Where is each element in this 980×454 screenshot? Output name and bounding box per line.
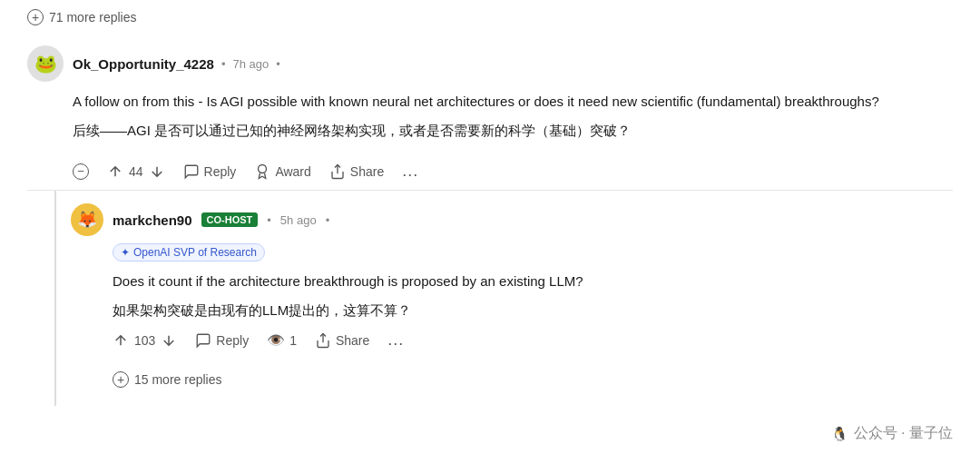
downvote-button[interactable] (149, 163, 165, 180)
watermark-text: 公众号 · 量子位 (854, 424, 953, 443)
svg-point-0 (259, 164, 267, 173)
openai-logo-icon: ✦ (121, 246, 130, 259)
upvote-icon (107, 163, 123, 180)
timestamp: 7h ago (232, 57, 269, 71)
nested-vote-count: 103 (134, 333, 155, 348)
nested-reply-button[interactable]: Reply (195, 332, 249, 349)
dot-separator: • (221, 57, 226, 71)
reply-button[interactable]: Reply (183, 163, 237, 180)
nested-reply: 🦊 markchen90 CO-HOST • 5h ago • ✦ OpenAI… (56, 191, 953, 402)
watermark-platform-icon: 🐧 (831, 426, 848, 442)
nested-vote-group: 103 (113, 332, 177, 349)
username[interactable]: Ok_Opportunity_4228 (73, 56, 214, 72)
nested-share-icon (315, 332, 331, 349)
main-action-bar: − 44 Reply Award (73, 153, 953, 190)
more-options-button[interactable]: ... (402, 162, 418, 181)
nested-text-zh: 如果架构突破是由现有的LLM提出的，这算不算？ (113, 300, 953, 321)
nested-downvote-button[interactable] (161, 332, 177, 349)
nested-share-button[interactable]: Share (315, 332, 369, 349)
award-display[interactable]: 👁️ 1 (267, 331, 297, 349)
nested-dot: • (267, 213, 271, 227)
vote-group: 44 (107, 163, 165, 180)
main-comment-body: A follow on from this - Is AGI possible … (73, 91, 953, 142)
share-icon (329, 163, 346, 180)
comment-text-zh: 后续——AGI 是否可以通过已知的神经网络架构实现，或者是否需要新的科学（基础）… (73, 120, 953, 142)
share-button[interactable]: Share (329, 163, 384, 180)
vote-count: 44 (129, 164, 143, 179)
flair-label: OpenAI SVP of Research (133, 246, 257, 259)
comment-text-en: A follow on from this - Is AGI possible … (73, 91, 953, 113)
award-button[interactable]: Award (254, 163, 310, 180)
co-host-badge: CO-HOST (201, 212, 259, 227)
nested-upvote-button[interactable] (113, 332, 129, 349)
nested-username[interactable]: markchen90 (113, 212, 192, 228)
main-comment: 🐸 Ok_Opportunity_4228 • 7h ago • A follo… (0, 35, 980, 190)
user-info: Ok_Opportunity_4228 • 7h ago • (73, 56, 280, 72)
nested-avatar: 🦊 (71, 203, 103, 236)
downvote-icon (149, 163, 165, 180)
flair-tag: ✦ OpenAI SVP of Research (113, 243, 265, 262)
reply-bubble-icon (183, 163, 200, 180)
nested-comment-header: 🦊 markchen90 CO-HOST • 5h ago • (71, 203, 953, 236)
main-comment-header: 🐸 Ok_Opportunity_4228 • 7h ago • (27, 45, 953, 82)
nested-text-en: Does it count if the architecture breakt… (113, 271, 953, 292)
nested-upvote-icon (113, 332, 129, 349)
nested-dot2: • (326, 213, 330, 227)
expand-top-replies-icon[interactable]: + (27, 9, 44, 25)
nested-more-options-button[interactable]: ... (387, 331, 404, 350)
watermark: 🐧 公众号 · 量子位 (831, 424, 953, 443)
nested-reply-container: 🦊 markchen90 CO-HOST • 5h ago • ✦ OpenAI… (54, 191, 953, 406)
top-more-replies-label: 71 more replies (49, 10, 137, 25)
dot-separator2: • (276, 57, 280, 71)
award-count: 1 (289, 333, 297, 348)
top-more-replies-row[interactable]: + 71 more replies (0, 0, 980, 35)
award-emoji-icon: 👁️ (267, 331, 285, 349)
upvote-button[interactable] (107, 163, 123, 180)
avatar: 🐸 (27, 45, 64, 82)
nested-comment-body: Does it count if the architecture breakt… (71, 271, 953, 321)
bottom-more-replies-row[interactable]: + 15 more replies (71, 360, 953, 402)
avatar-image: 🐸 (27, 45, 64, 82)
nested-timestamp: 5h ago (280, 213, 317, 227)
expand-bottom-replies-icon[interactable]: + (113, 371, 129, 388)
collapse-icon[interactable]: − (73, 163, 89, 180)
nested-action-bar: 103 Reply 👁️ 1 (71, 331, 953, 360)
award-icon (254, 163, 270, 180)
nested-reply-icon (195, 332, 211, 349)
bottom-more-replies-label: 15 more replies (134, 372, 222, 387)
nested-downvote-icon (161, 332, 177, 349)
